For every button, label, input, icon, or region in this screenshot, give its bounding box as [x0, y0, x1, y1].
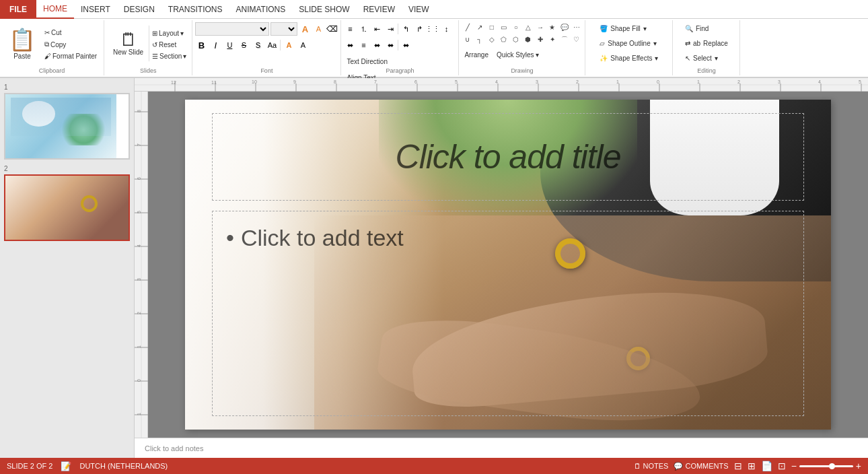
- tab-transitions[interactable]: TRANSITIONS: [161, 0, 229, 19]
- shape-curve[interactable]: ∪: [462, 34, 473, 45]
- columns-button[interactable]: ⋮⋮: [427, 23, 439, 35]
- shape-triangle[interactable]: △: [522, 22, 534, 33]
- slide-content-placeholder[interactable]: Click to add text: [241, 225, 404, 251]
- tab-insert[interactable]: INSERT: [74, 0, 117, 19]
- shape-rect2[interactable]: ▭: [498, 22, 509, 33]
- justify-button[interactable]: ⬌: [384, 39, 396, 51]
- shape-more[interactable]: ⋯: [571, 22, 582, 33]
- justify2-button[interactable]: ⬌: [400, 39, 412, 51]
- shadow-button[interactable]: S: [252, 39, 264, 51]
- bullets-button[interactable]: ≡: [344, 23, 356, 35]
- zoom-in-button[interactable]: +: [856, 461, 861, 471]
- shape-connector[interactable]: ┐: [474, 34, 485, 45]
- format-painter-button[interactable]: 🖌 Format Painter: [42, 51, 100, 61]
- presenter-view-button[interactable]: ⊡: [778, 461, 786, 471]
- shape-octagon[interactable]: ⬢: [522, 34, 534, 45]
- replace-button[interactable]: ⇄ ab Replace: [682, 36, 731, 50]
- increase-font-button[interactable]: A: [299, 23, 311, 35]
- section-button[interactable]: ☰ Section ▾: [149, 51, 189, 61]
- shape-rtarrow[interactable]: →: [534, 22, 546, 33]
- ribbon: 📋 Paste ✂ Cut ⧉ Copy 🖌 Format Painter Cl…: [0, 19, 868, 78]
- shape-arrow[interactable]: ↗: [474, 22, 485, 33]
- shape-callout[interactable]: 💬: [558, 22, 570, 33]
- zoom-slider[interactable]: [799, 465, 853, 467]
- shape-rect[interactable]: □: [486, 22, 497, 33]
- slide-main[interactable]: Click to add title • Click to add text: [185, 100, 831, 430]
- shape-fill-button[interactable]: 🪣 Shape Fill ▾: [597, 22, 661, 35]
- normal-view-button[interactable]: ⊟: [734, 461, 742, 471]
- increase-indent-button[interactable]: ⇥: [384, 23, 396, 35]
- comments-button[interactable]: 💬 COMMENTS: [674, 462, 728, 471]
- tab-file[interactable]: FILE: [0, 0, 36, 19]
- decrease-font-button[interactable]: A: [312, 23, 324, 35]
- cut-button[interactable]: ✂ Cut: [42, 28, 100, 38]
- shape-4star[interactable]: ✦: [546, 34, 558, 45]
- notes-placeholder: Click to add notes: [145, 444, 203, 452]
- char-spacing-button[interactable]: Aa: [266, 39, 278, 51]
- font-size-select[interactable]: [270, 22, 297, 36]
- tab-review[interactable]: REVIEW: [357, 0, 402, 19]
- numbering-button[interactable]: ⒈: [357, 23, 369, 35]
- ltr-button[interactable]: ↱: [413, 23, 425, 35]
- quick-styles-button[interactable]: Quick Styles ▾: [494, 48, 542, 61]
- new-slide-label: New Slide: [113, 48, 143, 56]
- layout-button[interactable]: ⊞ Layout ▾: [149, 28, 189, 38]
- zoom-out-button[interactable]: −: [791, 461, 797, 471]
- arrange-button[interactable]: Arrange: [462, 48, 491, 61]
- svg-text:7: 7: [137, 143, 141, 146]
- bold-button[interactable]: B: [195, 39, 207, 51]
- shape-diamond[interactable]: ◇: [486, 34, 497, 45]
- font-color-button[interactable]: A: [283, 39, 295, 51]
- svg-text:10: 10: [252, 79, 257, 84]
- notes-button[interactable]: 🗒 NOTES: [634, 462, 669, 470]
- notes-area[interactable]: Click to add notes: [135, 438, 868, 458]
- shape-heart[interactable]: ♡: [571, 34, 582, 45]
- find-button[interactable]: 🔍 Find: [682, 22, 731, 35]
- svg-text:0: 0: [137, 379, 141, 382]
- underline-button[interactable]: U: [223, 39, 236, 51]
- align-right-button[interactable]: ⬌: [371, 39, 383, 51]
- align-center-button[interactable]: ≡: [357, 39, 369, 51]
- font-name-select[interactable]: [195, 22, 269, 36]
- strikethrough-button[interactable]: S: [238, 39, 250, 51]
- tab-design[interactable]: DESIGN: [117, 0, 161, 19]
- italic-button[interactable]: I: [209, 39, 221, 51]
- slide-title-placeholder[interactable]: Click to add title: [396, 137, 621, 176]
- slide-title-box[interactable]: Click to add title: [212, 113, 804, 201]
- tab-view[interactable]: VIEW: [402, 0, 436, 19]
- paste-button[interactable]: 📋 Paste: [3, 24, 42, 63]
- slide-content-box[interactable]: • Click to add text: [212, 211, 804, 416]
- decrease-indent-button[interactable]: ⇤: [371, 23, 383, 35]
- spell-check-icon[interactable]: 📝: [61, 461, 71, 471]
- shape-pentagon[interactable]: ⬠: [498, 34, 509, 45]
- tab-animations[interactable]: ANIMATIONS: [229, 0, 292, 19]
- font-color2-button[interactable]: A: [297, 39, 309, 51]
- slide-canvas[interactable]: Click to add title • Click to add text: [148, 92, 868, 438]
- shape-line[interactable]: ╱: [462, 22, 473, 33]
- paste-label: Paste: [13, 53, 31, 60]
- middle-row: 8 7 6 5 4 3 2 1: [135, 92, 868, 438]
- tab-home[interactable]: HOME: [36, 0, 74, 19]
- shape-oval[interactable]: ○: [510, 22, 521, 33]
- rtl-button[interactable]: ↰: [400, 23, 412, 35]
- shape-star[interactable]: ★: [546, 22, 558, 33]
- tab-slideshow[interactable]: SLIDE SHOW: [292, 0, 356, 19]
- text-direction-button[interactable]: Text Direction: [344, 55, 390, 68]
- shape-wave[interactable]: ⌒: [558, 34, 570, 45]
- shape-hexagon[interactable]: ⬡: [510, 34, 521, 45]
- reset-button[interactable]: ↺ Reset: [149, 40, 189, 50]
- reading-view-button[interactable]: 📄: [761, 461, 772, 471]
- shape-outline-button[interactable]: ▱ Shape Outline ▾: [597, 36, 661, 50]
- paragraph-group: ≡ ⒈ ⇤ ⇥ ↰ ↱ ⋮⋮ ↕ ⬌ ≡ ⬌ ⬌ ⬌ Text Directio…: [341, 20, 459, 75]
- select-button[interactable]: ↖ Select ▾: [682, 51, 731, 65]
- slide-2-thumbnail[interactable]: [4, 174, 130, 241]
- clear-format-button[interactable]: ⌫: [326, 23, 338, 35]
- slide-sorter-button[interactable]: ⊞: [748, 461, 756, 471]
- shape-effects-button[interactable]: ✨ Shape Effects ▾: [597, 51, 661, 65]
- line-spacing-button[interactable]: ↕: [440, 23, 452, 35]
- align-left-button[interactable]: ⬌: [344, 39, 356, 51]
- shape-cross[interactable]: ✚: [534, 34, 546, 45]
- new-slide-button[interactable]: 🗒 New Slide: [107, 25, 149, 62]
- slide-1-thumbnail[interactable]: [4, 93, 130, 160]
- copy-button[interactable]: ⧉ Copy: [42, 39, 100, 50]
